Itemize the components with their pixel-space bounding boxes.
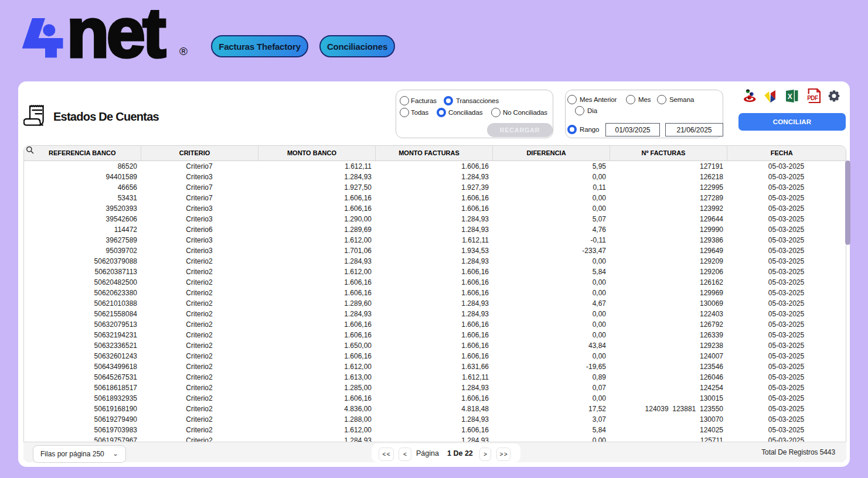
- svg-text:PDF: PDF: [807, 95, 818, 101]
- svg-text:net: net: [67, 0, 165, 70]
- svg-text:X: X: [788, 93, 792, 101]
- svg-text:®: ®: [179, 45, 188, 57]
